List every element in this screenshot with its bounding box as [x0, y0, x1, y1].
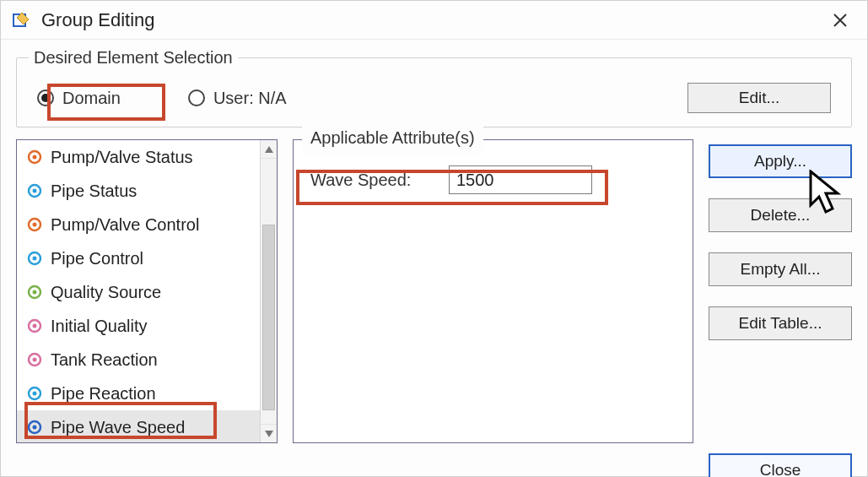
edit-selection-button[interactable]: Edit...	[687, 83, 831, 113]
scroll-up-icon[interactable]	[261, 140, 277, 159]
svg-point-12	[33, 324, 37, 328]
scroll-down-icon[interactable]	[261, 424, 277, 442]
action-buttons: Apply... Delete... Empty All... Edit Tab…	[709, 139, 852, 477]
wave-speed-label: Wave Speed:	[305, 165, 449, 194]
list-item-label: Pump/Valve Control	[51, 215, 199, 235]
pipe-wave-speed-icon	[25, 418, 44, 436]
svg-point-2	[33, 155, 37, 160]
list-item-label: Pipe Wave Speed	[51, 418, 185, 437]
svg-point-18	[33, 426, 37, 430]
radio-icon	[37, 89, 54, 106]
radio-icon	[188, 89, 205, 106]
pump-valve-control-icon	[25, 215, 44, 234]
user-radio[interactable]: User: N/A	[188, 89, 287, 108]
list-item[interactable]: Initial Quality	[17, 309, 260, 343]
applicable-attributes-panel: Applicable Attribute(s) Wave Speed:	[293, 139, 693, 443]
list-item-label: Pump/Valve Status	[51, 148, 193, 167]
wave-speed-input[interactable]	[449, 165, 592, 194]
svg-point-10	[33, 290, 37, 295]
list-item-label: Initial Quality	[51, 317, 148, 336]
desired-element-selection-group: Desired Element Selection Domain User: N…	[16, 48, 852, 127]
close-icon[interactable]	[823, 3, 857, 37]
list-item[interactable]: Pipe Status	[17, 174, 260, 208]
list-item-label: Quality Source	[51, 283, 161, 302]
tank-reaction-icon	[25, 350, 44, 369]
quality-source-icon	[25, 283, 44, 301]
list-item-label: Pipe Reaction	[51, 384, 156, 404]
pump-valve-status-icon	[25, 148, 44, 166]
pipe-status-icon	[25, 182, 44, 200]
svg-point-14	[33, 358, 37, 362]
empty-all-button[interactable]: Empty All...	[709, 252, 852, 286]
list-item[interactable]: Pipe Control	[17, 241, 260, 275]
wave-speed-row: Wave Speed:	[305, 165, 681, 194]
pipe-control-icon	[25, 249, 44, 268]
domain-radio[interactable]: Domain	[37, 89, 121, 108]
selection-group-label: Desired Element Selection	[29, 48, 238, 68]
list-item[interactable]: Pump/Valve Status	[17, 140, 260, 174]
list-item-label: Pipe Control	[51, 249, 143, 268]
group-editing-window: Group Editing Desired Element Selection …	[0, 0, 868, 477]
attribute-type-listbox[interactable]: Pump/Valve StatusPipe StatusPump/Valve C…	[16, 139, 278, 443]
lower-panel: Pump/Valve StatusPipe StatusPump/Valve C…	[16, 139, 852, 477]
list-item-label: Pipe Status	[51, 182, 137, 201]
group-edit-icon	[11, 10, 31, 30]
list-item[interactable]: Tank Reaction	[17, 343, 260, 377]
pipe-reaction-icon	[25, 384, 44, 403]
list-item[interactable]: Pipe Wave Speed	[17, 410, 260, 442]
initial-quality-icon	[25, 317, 44, 335]
scroll-thumb[interactable]	[262, 225, 275, 410]
domain-radio-label: Domain	[62, 89, 121, 108]
svg-point-4	[33, 189, 37, 193]
list-item[interactable]: Quality Source	[17, 275, 260, 309]
apply-button[interactable]: Apply...	[709, 144, 852, 178]
list-item-label: Tank Reaction	[51, 350, 158, 370]
svg-point-16	[33, 392, 37, 396]
list-item[interactable]: Pipe Reaction	[17, 377, 260, 410]
titlebar: Group Editing	[1, 1, 867, 40]
delete-button[interactable]: Delete...	[709, 198, 852, 232]
window-title: Group Editing	[41, 9, 823, 31]
content-area: Desired Element Selection Domain User: N…	[1, 40, 867, 477]
applicable-attributes-title: Applicable Attribute(s)	[302, 127, 483, 154]
svg-point-6	[33, 223, 37, 227]
selection-radio-row: Domain User: N/A Edit...	[29, 79, 839, 115]
user-radio-label: User: N/A	[213, 89, 287, 108]
svg-point-8	[33, 257, 37, 261]
close-button[interactable]: Close	[709, 453, 852, 477]
edit-table-button[interactable]: Edit Table...	[709, 306, 852, 340]
list-item[interactable]: Pump/Valve Control	[17, 208, 260, 241]
listbox-scrollbar[interactable]	[260, 140, 277, 442]
